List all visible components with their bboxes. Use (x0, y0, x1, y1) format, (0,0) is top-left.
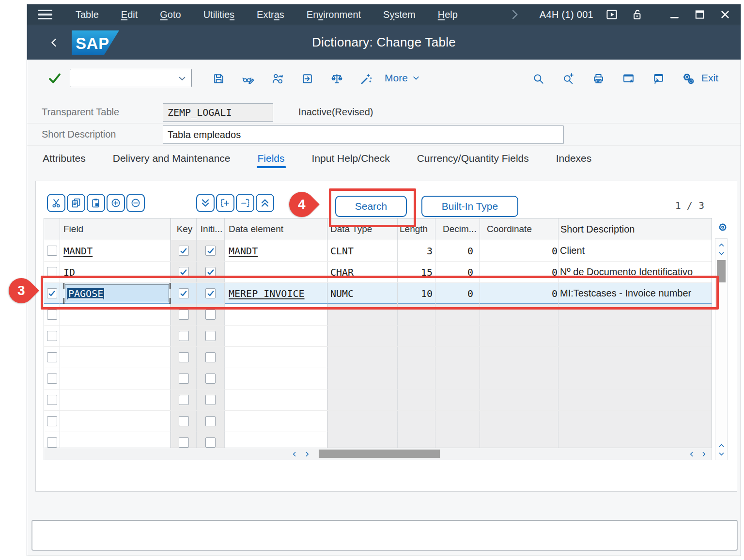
insert-line-icon[interactable] (216, 194, 234, 212)
data-type-cell: CLNT (327, 240, 398, 261)
tab-input-help-check[interactable]: Input Help/Check (311, 153, 391, 171)
vertical-scrollbar[interactable] (715, 238, 728, 460)
row-select-checkbox[interactable] (47, 416, 57, 426)
menu-item-goto[interactable]: Goto (160, 9, 181, 20)
initial-values-checkbox[interactable] (205, 267, 216, 277)
data-element-link[interactable]: MANDT (229, 245, 258, 257)
built-in-type-button[interactable]: Built-In Type (421, 196, 518, 217)
copy-icon[interactable] (67, 194, 85, 212)
close-button[interactable] (718, 8, 732, 21)
initial-values-checkbox[interactable] (205, 352, 216, 362)
minimize-button[interactable] (668, 8, 682, 21)
menu-item-edit[interactable]: Edit (121, 9, 138, 20)
gui-scripting-icon[interactable] (605, 8, 619, 21)
menu-item-extras[interactable]: Extras (257, 9, 284, 20)
menu-item-environment[interactable]: Environment (307, 9, 361, 20)
row-select-checkbox[interactable] (47, 352, 57, 362)
page-down-icon[interactable] (196, 194, 215, 212)
find-icon[interactable] (530, 70, 546, 87)
tab-attributes[interactable]: Attributes (42, 153, 87, 171)
transparent-table-input[interactable]: ZEMP_LOGALI (163, 103, 273, 122)
key-checkbox[interactable] (179, 373, 189, 384)
scroll-right-icon[interactable] (302, 450, 312, 458)
menu-item-utilities[interactable]: Utilities (203, 9, 234, 20)
tab-currency-quantity-fields[interactable]: Currency/Quantity Fields (416, 153, 530, 171)
menu-item-system[interactable]: System (383, 9, 416, 20)
row-select-checkbox[interactable] (47, 288, 57, 298)
tab-indexes[interactable]: Indexes (555, 153, 593, 171)
maximize-button[interactable] (693, 8, 707, 21)
table-settings-icon[interactable] (716, 221, 729, 233)
key-checkbox[interactable] (179, 331, 189, 341)
initial-values-checkbox[interactable] (205, 373, 216, 384)
horizontal-scrollbar[interactable] (44, 448, 712, 460)
hamburger-menu-icon[interactable] (38, 10, 52, 19)
key-checkbox[interactable] (179, 310, 189, 320)
pattern-icon[interactable] (358, 70, 374, 87)
initial-values-checkbox[interactable] (205, 331, 216, 341)
create-shortcut-icon[interactable] (650, 70, 666, 87)
scroll-down-icon[interactable] (716, 249, 727, 257)
field-name-input[interactable]: PAGOSE (65, 284, 169, 302)
row-select-checkbox[interactable] (47, 373, 57, 384)
save-icon[interactable] (210, 70, 227, 87)
tab-fields[interactable]: Fields (257, 153, 286, 171)
search-button[interactable]: Search (335, 196, 407, 217)
key-checkbox[interactable] (179, 437, 189, 448)
display-change-icon[interactable] (240, 70, 256, 87)
activate-icon[interactable] (299, 70, 315, 87)
scroll-down-icon[interactable] (716, 450, 727, 458)
command-field[interactable] (70, 69, 192, 87)
row-select-checkbox[interactable] (47, 310, 57, 320)
key-checkbox[interactable] (179, 246, 189, 256)
key-checkbox[interactable] (179, 352, 189, 362)
key-checkbox[interactable] (179, 288, 189, 298)
data-element-link[interactable]: MEREP_INVOICE (229, 288, 305, 299)
row-select-checkbox[interactable] (47, 246, 57, 256)
delete-line-icon[interactable] (236, 194, 254, 212)
initial-values-checkbox[interactable] (205, 288, 216, 298)
where-used-icon[interactable] (269, 70, 286, 87)
overflow-chevron-icon[interactable] (508, 8, 521, 21)
initial-values-checkbox[interactable] (205, 437, 216, 448)
row-select-checkbox[interactable] (47, 267, 57, 277)
horizontal-scroll-thumb[interactable] (319, 450, 440, 458)
vertical-scroll-thumb[interactable] (717, 260, 726, 282)
menu-item-table[interactable]: Table (76, 9, 99, 20)
enter-check-icon[interactable] (47, 71, 62, 85)
find-next-icon[interactable] (560, 70, 576, 87)
scroll-up-icon[interactable] (716, 441, 727, 449)
chevron-down-icon[interactable] (177, 73, 187, 84)
initial-values-checkbox[interactable] (205, 395, 216, 405)
menu-item-help[interactable]: Help (438, 9, 458, 20)
initial-values-checkbox[interactable] (205, 246, 216, 256)
consistency-check-icon[interactable] (328, 70, 345, 87)
key-checkbox[interactable] (179, 395, 189, 405)
key-checkbox[interactable] (179, 416, 189, 426)
new-session-icon[interactable] (620, 70, 636, 87)
exit-button[interactable]: Exit (701, 72, 718, 84)
field-name-link[interactable]: ID (63, 266, 75, 278)
field-name-link[interactable]: MANDT (63, 245, 93, 257)
cut-icon[interactable] (47, 194, 65, 212)
scroll-right-icon[interactable] (698, 450, 709, 458)
row-select-checkbox[interactable] (47, 395, 57, 405)
scroll-up-icon[interactable] (716, 241, 727, 249)
more-menu-button[interactable]: More (385, 72, 420, 84)
scroll-left-icon[interactable] (686, 450, 697, 458)
short-description-input[interactable]: Tabla empleados (163, 125, 564, 144)
key-checkbox[interactable] (179, 267, 189, 277)
initial-values-checkbox[interactable] (205, 416, 216, 426)
row-select-checkbox[interactable] (47, 331, 57, 341)
page-up-icon[interactable] (256, 194, 274, 212)
row-select-checkbox[interactable] (47, 437, 57, 448)
print-icon[interactable] (590, 70, 606, 87)
settings-icon[interactable] (680, 70, 697, 87)
paste-icon[interactable] (87, 194, 105, 212)
delete-row-icon[interactable] (126, 194, 145, 212)
scroll-left-icon[interactable] (289, 450, 299, 458)
insert-row-icon[interactable] (107, 194, 125, 212)
tab-delivery-and-maintenance[interactable]: Delivery and Maintenance (112, 153, 232, 171)
initial-values-checkbox[interactable] (205, 310, 216, 320)
lock-open-icon[interactable] (630, 8, 644, 21)
